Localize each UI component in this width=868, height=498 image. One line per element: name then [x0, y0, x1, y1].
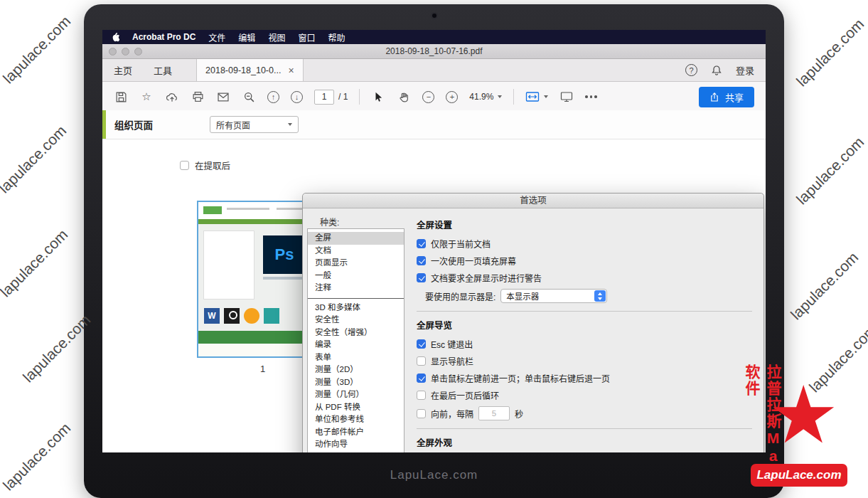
thumbnail-app-icons: W: [204, 308, 279, 324]
section-divider: [417, 428, 752, 429]
category-item[interactable]: 测量（2D）: [308, 364, 404, 376]
option-label: Esc 键退出: [431, 338, 473, 350]
print-icon[interactable]: [191, 90, 205, 104]
next-page-icon[interactable]: ↓: [291, 91, 303, 103]
zoom-search-icon[interactable]: [242, 90, 256, 104]
category-item[interactable]: 从 PDF 转换: [308, 401, 404, 414]
monitor-label: 要使用的显示器是:: [425, 290, 495, 302]
categories-label: 种类:: [320, 216, 339, 228]
help-icon[interactable]: ?: [685, 64, 697, 76]
current-doc-checkbox[interactable]: [417, 239, 426, 248]
zoom-in-icon[interactable]: +: [446, 91, 458, 103]
extract-checkbox[interactable]: [180, 161, 189, 170]
thumbnail-text-line: [277, 208, 305, 210]
watermark-text: lapulace.com: [20, 312, 94, 386]
advance-seconds-input[interactable]: [478, 406, 510, 420]
warn-fullscreen-checkbox[interactable]: [417, 273, 426, 282]
category-list: 全屏 文档 页面显示 一般 注释 3D 和多媒体 安全性 安全性（增强） 编录 …: [307, 228, 404, 452]
option-row: 仅限于当前文档: [417, 238, 752, 250]
zoom-level-value: 41.9%: [469, 92, 493, 102]
category-item[interactable]: 电子邮件帐户: [308, 426, 404, 439]
mouse-click-checkbox[interactable]: [417, 374, 426, 383]
menu-item-window[interactable]: 窗口: [298, 31, 315, 43]
category-item[interactable]: 测量（几何）: [308, 388, 404, 401]
watermark-text: lapulace.com: [0, 13, 74, 87]
thumbnail-logo-block: [203, 206, 222, 214]
save-icon[interactable]: [114, 90, 128, 104]
photoshop-icon: Ps: [263, 235, 306, 274]
option-label: 一次使用一页填充屏幕: [431, 255, 516, 267]
category-item[interactable]: 3D 和多媒体: [308, 302, 404, 314]
previous-page-icon[interactable]: ↑: [267, 91, 279, 103]
loop-after-last-checkbox[interactable]: [417, 391, 426, 400]
email-icon[interactable]: [216, 90, 230, 104]
category-item-document[interactable]: 文档: [308, 245, 404, 258]
category-item[interactable]: 测量（3D）: [308, 376, 404, 389]
fill-screen-checkbox[interactable]: [417, 256, 426, 265]
menu-item-view[interactable]: 视图: [268, 31, 285, 43]
tab-home[interactable]: 主页: [114, 63, 132, 77]
tab-tools[interactable]: 工具: [154, 63, 172, 77]
apple-logo-icon[interactable]: [111, 32, 119, 42]
organize-pages-title: 组织页面: [114, 117, 153, 132]
option-label: 文档要求全屏显示时进行警告: [431, 272, 542, 284]
esc-exit-checkbox[interactable]: [417, 339, 426, 349]
option-label: 在最后一页后循环: [431, 389, 499, 401]
star-icon[interactable]: ☆: [139, 90, 154, 104]
screen: Acrobat Pro DC 文件 编辑 视图 窗口 帮助 2018-09-18…: [102, 30, 766, 452]
fit-width-dropdown[interactable]: [525, 91, 548, 102]
show-navbar-checkbox[interactable]: [417, 356, 426, 366]
preferences-pane: 全屏设置 仅限于当前文档 一次使用一页填充屏幕 文档要求全屏显示时进行警告: [417, 211, 752, 452]
login-button[interactable]: 登录: [736, 63, 754, 77]
select-tool-icon[interactable]: [371, 90, 385, 104]
category-item[interactable]: 编录: [308, 339, 404, 351]
page-number-input[interactable]: [314, 90, 334, 105]
watermark-text: lapulace.com: [0, 226, 71, 300]
option-row: 文档要求全屏显示时进行警告: [417, 272, 752, 284]
category-item[interactable]: 安全性: [308, 314, 404, 327]
watermark-text: lapulace.com: [788, 249, 862, 323]
window-title-bar: 2018-09-18_10-07-16.pdf: [102, 44, 766, 59]
category-item[interactable]: 多媒体（旧版）: [308, 451, 404, 453]
menu-item-file[interactable]: 文件: [208, 31, 225, 43]
category-item-comments[interactable]: 注释: [308, 282, 404, 295]
menu-app-name[interactable]: Acrobat Pro DC: [132, 32, 195, 42]
watermark-text: lapulace.com: [0, 122, 70, 196]
presentation-display-icon[interactable]: [559, 90, 574, 104]
menu-item-help[interactable]: 帮助: [328, 31, 345, 43]
tab-document-label: 2018-09-18_10-0...: [205, 65, 281, 75]
auto-advance-row: 向前，每隔 秒: [417, 406, 752, 420]
teal-app-icon: [264, 308, 279, 324]
dialog-title: 首选项: [303, 194, 763, 208]
hand-tool-icon[interactable]: [397, 90, 411, 104]
option-row: Esc 键退出: [417, 338, 752, 350]
page-range-dropdown[interactable]: 所有页面: [210, 116, 299, 133]
thumbnail-text-line: [227, 208, 269, 210]
zoom-level-dropdown[interactable]: 41.9%: [469, 92, 502, 102]
option-row: 显示导航栏: [417, 355, 752, 367]
category-item[interactable]: 表单: [308, 351, 404, 364]
section-fullscreen-navigation: 全屏导览: [417, 318, 752, 332]
category-item[interactable]: 动作向导: [308, 438, 404, 451]
more-tools-icon[interactable]: [585, 95, 597, 98]
cloud-upload-icon[interactable]: [165, 90, 179, 104]
page-navigation: / 1: [314, 90, 348, 105]
monitor-dropdown[interactable]: 本显示器: [500, 289, 607, 303]
auto-advance-checkbox[interactable]: [417, 409, 426, 418]
close-tab-icon[interactable]: ×: [288, 65, 294, 75]
zoom-out-icon[interactable]: −: [422, 91, 434, 103]
category-item-page-display[interactable]: 页面显示: [308, 257, 404, 270]
category-item-general[interactable]: 一般: [308, 270, 404, 282]
tab-document[interactable]: 2018-09-18_10-0... ×: [196, 59, 304, 81]
chevron-down-icon: [288, 123, 292, 126]
category-item[interactable]: 单位和参考线: [308, 413, 404, 426]
share-button-label: 共享: [725, 90, 744, 104]
category-item[interactable]: 安全性（增强）: [308, 327, 404, 339]
option-row: 一次使用一页填充屏幕: [417, 255, 752, 267]
watermark-text: lapulace.com: [0, 420, 74, 494]
share-button[interactable]: 共享: [699, 87, 754, 107]
menu-item-edit[interactable]: 编辑: [238, 31, 255, 43]
orange-app-icon: [244, 308, 259, 324]
category-item-fullscreen[interactable]: 全屏: [308, 232, 404, 245]
bell-icon[interactable]: [709, 63, 724, 78]
